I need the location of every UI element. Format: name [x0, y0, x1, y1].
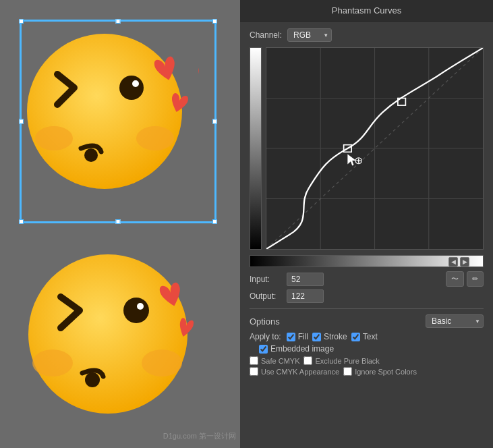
svg-point-11 [85, 372, 100, 387]
appearance-row: Use CMYK Appearance Ignore Spot Colors [250, 367, 484, 376]
svg-point-9 [123, 298, 149, 323]
options-label: Options [250, 316, 280, 327]
svg-point-10 [137, 303, 144, 310]
stroke-label: Stroke [324, 332, 347, 341]
handle-tl[interactable] [19, 19, 24, 24]
svg-point-0 [27, 34, 182, 189]
safe-cmyk-checkbox[interactable] [250, 356, 258, 365]
emoji-face-svg-bottom [20, 243, 209, 432]
use-cmyk-checkbox[interactable] [250, 367, 258, 376]
handle-tm[interactable] [116, 19, 121, 24]
ignore-spot-checkbox[interactable] [343, 367, 352, 376]
text-label: Text [363, 332, 378, 341]
embedded-checkbox[interactable] [259, 345, 268, 354]
input-label: Input: [250, 275, 287, 284]
svg-point-3 [119, 76, 144, 100]
fill-checkbox[interactable] [287, 333, 295, 341]
input-row: Input: 〜 ✏ [250, 271, 484, 287]
watermark: D1gu.com 第一设计网 [163, 431, 236, 441]
exclude-checkbox[interactable] [303, 356, 312, 365]
basic-select-wrapper[interactable]: Basic Advanced [426, 314, 484, 328]
apply-to-label: Apply to: [250, 332, 281, 341]
channel-label: Channel: [250, 30, 282, 40]
handle-br[interactable] [212, 219, 217, 224]
curves-svg[interactable]: ⊕ [266, 48, 483, 249]
apply-to-row: Apply to: Fill Stroke Text [250, 332, 484, 341]
channel-select[interactable]: RGB Red Green Blue [287, 28, 332, 42]
curve-buttons: 〜 ✏ [446, 271, 484, 287]
handle-mr[interactable] [212, 119, 217, 124]
handle-tr[interactable] [212, 19, 217, 24]
ignore-spot-checkbox-label[interactable]: Ignore Spot Colors [343, 367, 417, 376]
output-value[interactable] [287, 289, 324, 303]
handle-ml[interactable] [19, 119, 24, 124]
smooth-icon: 〜 [451, 274, 459, 284]
options-section: Options Basic Advanced Apply to: Fill [250, 308, 484, 378]
channel-select-wrapper[interactable]: RGB Red Green Blue [287, 28, 332, 42]
svg-point-1 [35, 126, 73, 150]
options-header: Options Basic Advanced [250, 314, 484, 328]
handle-bm[interactable] [116, 219, 121, 224]
smooth-curve-btn[interactable]: 〜 [446, 271, 464, 287]
cmyk-row: Safe CMYK Exclude Pure Black [250, 356, 484, 365]
text-checkbox-label[interactable]: Text [351, 332, 378, 341]
fill-checkbox-label[interactable]: Fill [287, 332, 308, 341]
use-cmyk-label: Use CMYK Appearance [261, 368, 339, 376]
exclude-checkbox-label[interactable]: Exclude Pure Black [303, 356, 379, 365]
safe-cmyk-label: Safe CMYK [261, 357, 299, 365]
svg-point-2 [136, 126, 174, 150]
stroke-checkbox[interactable] [312, 333, 321, 341]
embedded-label: Embedded image [270, 344, 334, 354]
panel-title: Phantasm Curves [240, 0, 493, 22]
embedded-checkbox-label[interactable]: Embedded image [259, 344, 334, 354]
eyedropper-btn[interactable]: ✏ [467, 271, 484, 287]
text-checkbox[interactable] [351, 333, 360, 341]
emoji-face-bottom[interactable] [20, 243, 209, 432]
emoji-face-svg-top [24, 24, 199, 206]
phantasm-curves-panel: Phantasm Curves Channel: RGB Red Green B… [240, 0, 493, 448]
arrow-left-btn[interactable]: ◀ [448, 257, 458, 267]
ignore-spot-label: Ignore Spot Colors [355, 368, 417, 376]
handle-bl[interactable] [19, 219, 24, 224]
svg-point-6 [28, 254, 187, 414]
selected-emoji-top[interactable] [20, 20, 216, 223]
basic-select[interactable]: Basic Advanced [426, 314, 484, 328]
curves-container: ⊕ [250, 47, 484, 250]
input-value[interactable] [287, 273, 324, 286]
use-cmyk-checkbox-label[interactable]: Use CMYK Appearance [250, 367, 339, 376]
svg-point-8 [142, 349, 182, 376]
embedded-row: Embedded image [250, 344, 484, 354]
svg-point-5 [84, 148, 98, 162]
svg-point-7 [32, 349, 73, 376]
curves-graph[interactable]: ⊕ [266, 47, 484, 250]
gradient-bar-left [250, 47, 262, 250]
stroke-checkbox-label[interactable]: Stroke [312, 332, 347, 341]
output-label: Output: [250, 291, 287, 301]
arrow-right-btn[interactable]: ▶ [460, 257, 469, 267]
exclude-label: Exclude Pure Black [315, 357, 379, 365]
svg-point-4 [132, 80, 139, 87]
gradient-arrows: ◀ ▶ [448, 257, 469, 267]
output-row: Output: [250, 289, 484, 303]
eyedropper-icon: ✏ [472, 275, 478, 283]
gradient-bar-bottom: ◀ ▶ [250, 255, 484, 267]
channel-row: Channel: RGB Red Green Blue [250, 28, 484, 42]
svg-text:⊕: ⊕ [354, 155, 363, 166]
canvas-area: D1gu.com 第一设计网 [0, 0, 243, 448]
fill-label: Fill [298, 332, 308, 341]
safe-cmyk-checkbox-label[interactable]: Safe CMYK [250, 356, 299, 365]
